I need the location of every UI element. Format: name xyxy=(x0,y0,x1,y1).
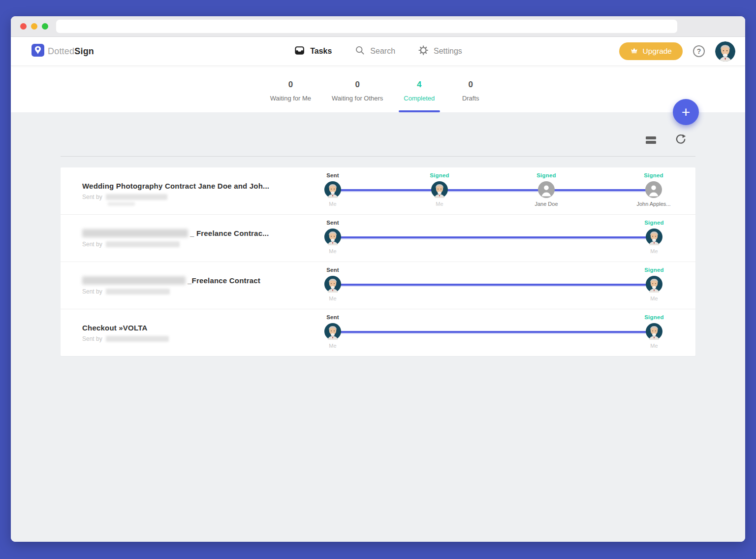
node-status: Signed xyxy=(408,172,472,178)
timeline-node: Signed Me xyxy=(408,172,472,207)
sent-by-label: Sent by xyxy=(82,288,102,295)
logo-suffix: Sign xyxy=(74,46,94,56)
timeline-node: Sent Me xyxy=(301,172,365,207)
task-sent-by: Sent by xyxy=(82,288,260,295)
task-title: Checkout »VOLTA xyxy=(82,324,169,332)
task-title-text: Checkout »VOLTA xyxy=(82,324,147,332)
nav-tasks[interactable]: Tasks xyxy=(294,45,332,58)
url-bar[interactable] xyxy=(56,20,677,33)
task-sent-by: Sent by xyxy=(82,194,269,200)
task-row[interactable]: Checkout »VOLTA Sent by Sent Me Signed M… xyxy=(61,309,695,356)
task-title-text: Wedding Photography Contract Jane Doe an… xyxy=(82,182,269,190)
task-list: Wedding Photography Contract Jane Doe an… xyxy=(61,167,695,356)
content-area: + Wedding Photography Contract Jane Doe … xyxy=(11,112,745,542)
dottedsign-logo-icon xyxy=(32,44,44,59)
tab-label: Completed xyxy=(404,95,435,102)
task-title: _ Freelance Contrac... xyxy=(82,229,269,237)
redacted-title xyxy=(82,276,186,285)
nav-search[interactable]: Search xyxy=(354,45,395,58)
task-sent-by-line2 xyxy=(108,202,269,206)
list-view-toggle-button[interactable] xyxy=(645,135,657,145)
close-button[interactable] xyxy=(20,23,27,30)
page-background: { "browser": { "url": "" }, "header": { … xyxy=(0,0,756,559)
node-name: Me xyxy=(408,201,472,207)
tab-drafts[interactable]: 0 Drafts xyxy=(455,66,486,112)
signer-avatar-me xyxy=(324,181,341,198)
tab-label: Waiting for Others xyxy=(332,95,383,102)
dottedsign-logo[interactable]: DottedSign xyxy=(32,44,94,59)
timeline-connector xyxy=(333,189,654,191)
node-name: Jane Doe xyxy=(514,201,578,207)
list-view-icon xyxy=(646,136,656,144)
timeline-node: Signed John Apples... xyxy=(622,172,686,207)
browser-window: DottedSign Tasks Search xyxy=(11,16,745,542)
maximize-button[interactable] xyxy=(42,23,48,30)
timeline-node: Sent Me xyxy=(301,314,365,349)
node-status: Signed xyxy=(514,172,578,178)
task-row[interactable]: Wedding Photography Contract Jane Doe an… xyxy=(61,167,695,214)
timeline-node: Sent Me xyxy=(301,220,365,254)
tab-count: 0 xyxy=(270,80,311,90)
upgrade-label: Upgrade xyxy=(643,47,672,56)
tab-waiting-for-me[interactable]: 0 Waiting for Me xyxy=(270,66,311,112)
add-task-button[interactable]: + xyxy=(673,99,699,125)
signer-avatar-me xyxy=(646,323,662,340)
signer-avatar-me xyxy=(324,229,341,245)
sent-by-label: Sent by xyxy=(82,241,102,248)
node-name: Me xyxy=(622,296,686,301)
active-tab-underline xyxy=(399,110,440,112)
dottedsign-logo-text: DottedSign xyxy=(48,46,94,57)
signer-avatar-me xyxy=(324,276,341,293)
task-row[interactable]: _ Freelance Contrac... Sent by Sent Me S… xyxy=(61,214,695,262)
tab-waiting-for-others[interactable]: 0 Waiting for Others xyxy=(332,66,383,112)
redacted-sender xyxy=(106,289,170,295)
redacted-sender xyxy=(106,194,167,200)
help-button[interactable]: ? xyxy=(693,45,705,57)
node-status: Sent xyxy=(301,267,365,273)
tab-label: Waiting for Me xyxy=(270,95,311,102)
tab-completed[interactable]: 4 Completed xyxy=(404,66,435,112)
node-name: John Apples... xyxy=(622,201,686,207)
signer-avatar-placeholder xyxy=(645,181,662,198)
upgrade-button[interactable]: Upgrade xyxy=(619,42,683,60)
sent-by-label: Sent by xyxy=(82,335,102,342)
node-status: Sent xyxy=(301,314,365,320)
app-header: DottedSign Tasks Search xyxy=(11,37,745,66)
sent-by-label: Sent by xyxy=(82,194,102,200)
redacted-sender xyxy=(108,202,135,206)
tab-label: Drafts xyxy=(455,95,486,102)
task-title: _Freelance Contract xyxy=(82,276,260,285)
redacted-sender xyxy=(106,336,169,342)
user-avatar[interactable] xyxy=(715,41,735,62)
task-row[interactable]: _Freelance Contract Sent by Sent Me Sign… xyxy=(61,262,695,309)
nav-settings-label: Settings xyxy=(434,47,462,56)
timeline-connector xyxy=(333,284,654,286)
node-status: Signed xyxy=(622,220,686,226)
signer-avatar-me xyxy=(646,229,662,245)
traffic-lights xyxy=(20,23,48,30)
timeline-node: Signed Me xyxy=(622,314,686,349)
redacted-sender xyxy=(106,241,180,247)
task-info: _Freelance Contract Sent by xyxy=(82,276,260,295)
nav-settings[interactable]: Settings xyxy=(418,45,462,58)
search-icon xyxy=(354,45,365,58)
refresh-icon xyxy=(674,140,687,147)
task-title: Wedding Photography Contract Jane Doe an… xyxy=(82,182,269,190)
main-nav: Tasks Search xyxy=(294,45,462,58)
refresh-button[interactable] xyxy=(674,133,687,147)
nav-search-label: Search xyxy=(370,47,395,56)
timeline-node: Sent Me xyxy=(301,267,365,301)
node-status: Signed xyxy=(622,172,686,178)
timeline-connector xyxy=(333,331,654,333)
minimize-button[interactable] xyxy=(31,23,37,30)
logo-prefix: Dotted xyxy=(48,46,74,56)
nav-tasks-label: Tasks xyxy=(310,47,332,56)
browser-title-bar xyxy=(11,16,745,37)
task-title-text: _ Freelance Contrac... xyxy=(190,229,269,237)
timeline-node: Signed Jane Doe xyxy=(514,172,578,207)
timeline-node: Signed Me xyxy=(622,220,686,254)
node-name: Me xyxy=(301,201,365,207)
task-title-text: _Freelance Contract xyxy=(188,276,260,285)
node-name: Me xyxy=(622,248,686,254)
redacted-title xyxy=(82,229,188,237)
